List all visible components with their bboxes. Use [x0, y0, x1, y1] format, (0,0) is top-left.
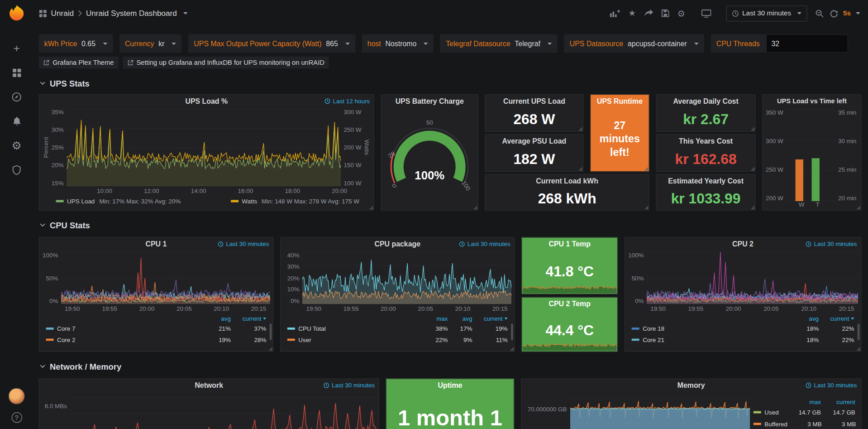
cpu-threads-input[interactable]	[766, 34, 848, 53]
series-name[interactable]: User	[287, 336, 311, 343]
variable-host[interactable]: host Nostromo	[362, 34, 434, 53]
panel-time-range[interactable]: Last 30 minutes	[459, 241, 510, 247]
cpu1-chart[interactable]	[61, 251, 270, 304]
share-icon[interactable]	[644, 10, 653, 17]
configuration-gear-icon[interactable]: ⚙	[11, 140, 22, 151]
help-icon[interactable]: ?	[11, 412, 22, 423]
legend-sort-current[interactable]: current	[242, 315, 266, 322]
panel-title[interactable]: CPU 1 Temp	[522, 238, 617, 250]
row-header-cpu-stats[interactable]: CPU Stats	[39, 219, 862, 230]
panel-time-range[interactable]: Last 30 minutes	[806, 382, 857, 389]
variable-value[interactable]: 865	[326, 39, 338, 48]
cycle-view-monitor-icon[interactable]	[701, 9, 711, 17]
panel-title[interactable]: Estimated Yearly Cost	[657, 174, 755, 187]
star-icon[interactable]: ★	[628, 8, 635, 18]
gauge-value: 100%	[382, 169, 478, 182]
save-icon[interactable]	[661, 10, 669, 17]
template-variables-row: kWh Price 0.65 Currency kr UPS Max Outpu…	[39, 34, 862, 53]
legend-scrollbar[interactable]	[858, 323, 860, 340]
series-name[interactable]: Used	[754, 409, 779, 415]
panel-title[interactable]: Current UPS Load	[486, 95, 583, 107]
panel-cpu-package: CPU package Last 30 minutes 40%30%20%10%…	[280, 237, 515, 352]
legend-scrollbar[interactable]	[270, 323, 272, 340]
grafana-logo-icon[interactable]	[7, 4, 27, 24]
variable-label-chip: CPU Threads	[711, 34, 766, 53]
panel-title[interactable]: Uptime	[386, 379, 514, 391]
add-panel-icon[interactable]	[610, 9, 620, 17]
row-header-network-memory[interactable]: Network / Memory	[39, 361, 862, 371]
cpu-package-chart[interactable]	[302, 251, 511, 304]
series-name[interactable]: Core 7	[46, 325, 76, 332]
refresh-interval-dropdown[interactable]: 5s	[843, 10, 860, 17]
create-plus-icon[interactable]: +	[11, 43, 22, 53]
time-range-picker[interactable]: Last 30 minutes	[726, 5, 807, 21]
dashboard-grid-icon[interactable]	[39, 9, 47, 17]
variable-currency[interactable]: Currency kr	[119, 34, 182, 53]
panel-title[interactable]: UPS Load vs Time left	[763, 95, 861, 107]
panel-title[interactable]: Average PSU Load	[486, 135, 583, 147]
panel-average-daily-cost: Average Daily Cost kr 2.67	[656, 94, 755, 132]
variable-telegraf-datasource[interactable]: Telegraf Datasource Telegraf	[440, 34, 558, 53]
breadcrumb-folder[interactable]: Unraid	[51, 9, 74, 18]
panel-title[interactable]: UPS Battery Charge	[382, 95, 478, 107]
legend-item[interactable]: UPS Load Min: 17% Max: 32% Avg: 20%	[56, 198, 181, 205]
legend-sort-current[interactable]: current	[484, 315, 508, 322]
variable-value[interactable]: Telegraf	[515, 39, 540, 48]
panel-title[interactable]: UPS Runtime	[591, 95, 649, 107]
legend-sort-current[interactable]: current	[830, 315, 854, 322]
series-name[interactable]: Core 2	[46, 336, 76, 343]
variable-value[interactable]: Nostromo	[386, 39, 417, 48]
series-avg: 21%	[219, 325, 231, 332]
panel-title[interactable]: This Years Cost	[657, 135, 755, 147]
variable-value[interactable]: 0.65	[81, 39, 95, 48]
legend-item[interactable]: Watts Min: 148 W Max: 278 W Avg: 175 W	[231, 198, 359, 205]
series-name[interactable]: CPU Total	[287, 325, 326, 332]
legend-sort-avg[interactable]: avg	[463, 315, 472, 322]
explore-compass-icon[interactable]	[11, 92, 22, 102]
chevron-down-icon[interactable]	[183, 12, 188, 14]
variable-kwh-price[interactable]: kWh Price 0.65	[39, 34, 113, 53]
series-name[interactable]: UPS Load	[67, 198, 95, 205]
link-grafana-plex-theme[interactable]: Grafana Plex Theme	[39, 57, 119, 69]
alerting-bell-icon[interactable]	[11, 116, 22, 127]
legend-scrollbar[interactable]	[511, 323, 513, 340]
panel-title[interactable]: UPS Load %	[39, 95, 374, 107]
series-name[interactable]: Core 21	[632, 336, 664, 343]
legend-row: User 22% 9% 11%	[287, 334, 508, 345]
link-ups-monitoring-guide[interactable]: Setting up Grafana and InfluxDB for UPS …	[123, 57, 329, 69]
network-chart[interactable]	[70, 392, 378, 429]
server-admin-shield-icon[interactable]	[11, 164, 22, 175]
ups-load-chart[interactable]	[67, 109, 341, 186]
series-name[interactable]: Core 18	[632, 325, 664, 332]
variable-ups-max-output[interactable]: UPS Max Output Power Capacity (Watt) 865	[188, 34, 355, 53]
dashboards-icon[interactable]	[11, 67, 22, 78]
refresh-icon[interactable]	[830, 9, 838, 17]
series-name[interactable]: Watts	[242, 198, 257, 205]
legend-sort-max[interactable]: max	[436, 315, 448, 322]
panel-time-range[interactable]: Last 12 hours	[324, 97, 370, 104]
chart-legend-table: avg current Core 18 18% 22% Core 21 18% …	[625, 313, 861, 352]
variable-ups-datasource[interactable]: UPS Datasource apcupsd-container	[564, 34, 704, 53]
legend-sort-avg[interactable]: avg	[221, 315, 231, 322]
series-name[interactable]: Buffered	[754, 420, 787, 427]
panel-title[interactable]: Average Daily Cost	[657, 95, 755, 107]
variable-value[interactable]: kr	[158, 39, 164, 48]
panel-time-range[interactable]: Last 30 minutes	[218, 241, 269, 247]
memory-chart[interactable]	[570, 392, 750, 429]
legend-sort-current[interactable]: current	[836, 398, 855, 405]
battery-gauge[interactable]: 50 20 0 100 100%	[382, 107, 478, 210]
ups-vs-time-bar-chart[interactable]	[786, 109, 835, 201]
legend-sort-max[interactable]: max	[810, 398, 821, 405]
panel-time-range[interactable]: Last 30 minutes	[806, 241, 857, 247]
legend-sort-avg[interactable]: avg	[809, 315, 819, 322]
cpu2-chart[interactable]	[647, 251, 858, 304]
panel-time-range[interactable]: Last 30 minutes	[324, 382, 375, 389]
variable-value[interactable]: apcupsd-container	[628, 39, 687, 48]
panel-title[interactable]: Current Load kWh	[486, 174, 649, 187]
dashboard-title[interactable]: Unraid System Dashboard	[86, 9, 177, 18]
user-avatar[interactable]	[8, 388, 25, 405]
row-header-ups-stats[interactable]: UPS Stats	[39, 77, 862, 88]
zoom-out-icon[interactable]	[816, 9, 824, 17]
settings-gear-icon[interactable]: ⚙	[677, 8, 686, 19]
panel-title[interactable]: CPU 2 Temp	[522, 298, 617, 310]
